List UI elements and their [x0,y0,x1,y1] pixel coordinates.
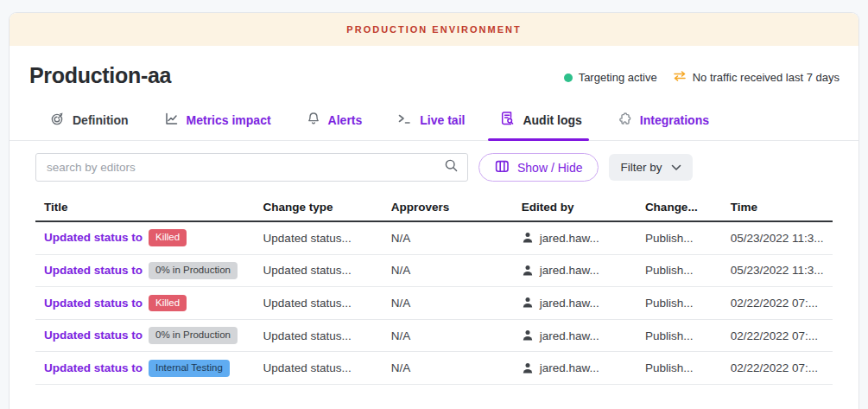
traffic-status: No traffic received last 7 days [673,70,839,85]
tab-definition-label: Definition [73,113,129,127]
row-title-link[interactable]: Updated status to [44,329,143,342]
puzzle-icon [618,112,632,129]
filter-by-label: Filter by [620,161,662,174]
tab-integrations-label: Integrations [640,113,709,127]
row-change-type: Updated status... [255,297,383,310]
tab-live-tail[interactable]: Live tail [396,102,466,140]
show-hide-label: Show / Hide [517,161,582,175]
row-change: Publish... [637,264,722,277]
status-badge: Killed [149,229,187,246]
row-approvers: N/A [383,329,513,342]
row-change-type: Updated status... [255,361,383,374]
toolbar: Show / Hide Filter by [10,141,858,190]
person-icon [522,265,534,277]
person-icon [522,329,534,342]
status-badge: Killed [149,295,187,312]
chevron-down-icon [671,161,681,174]
traffic-arrows-icon [673,70,687,85]
line-chart-icon [164,112,179,129]
row-edited-by: jared.haw... [540,264,599,277]
status-badge: Internal Testing [149,360,230,377]
row-change-type: Updated status... [255,329,383,342]
row-editor-cell: jared.haw... [522,329,637,342]
row-change: Publish... [637,329,722,342]
tab-bar: Definition Metrics impact Alerts [10,93,858,141]
row-edited-by: jared.haw... [540,297,599,310]
row-time: 05/23/2022 11:3... [722,264,833,277]
row-approvers: N/A [383,297,513,310]
column-header-time: Time [722,201,833,214]
row-time: 05/23/2022 11:3... [722,232,833,245]
status-badge: 0% in Production [149,262,238,279]
row-time: 02/22/2022 07:... [722,297,833,310]
status-badge: 0% in Production [149,327,238,344]
table-row[interactable]: Updated status to0% in Production Update… [35,255,833,288]
row-change: Publish... [637,297,722,310]
tab-alerts-label: Alerts [328,113,363,127]
table-row[interactable]: Updated status toInternal Testing Update… [35,352,833,385]
page-title: Production-aa [29,63,171,88]
tab-integrations[interactable]: Integrations [616,102,711,140]
row-approvers: N/A [383,264,513,277]
tab-definition[interactable]: Definition [48,102,130,140]
column-header-title: Title [35,201,255,214]
row-change: Publish... [637,232,722,245]
person-icon [522,362,534,374]
column-header-approvers: Approvers [383,201,513,214]
person-icon [522,297,534,309]
audit-log-icon [500,111,515,129]
row-edited-by: jared.haw... [540,232,599,245]
bell-icon [307,112,320,129]
row-title-link[interactable]: Updated status to [44,361,143,374]
row-approvers: N/A [383,232,513,245]
tab-audit-logs-label: Audit logs [523,113,581,127]
row-editor-cell: jared.haw... [522,297,637,310]
show-hide-button[interactable]: Show / Hide [478,153,599,182]
table-row[interactable]: Updated status to0% in Production Update… [35,320,833,353]
environment-banner: PRODUCTION ENVIRONMENT [10,13,858,46]
row-title-link[interactable]: Updated status to [44,231,143,244]
page-header: Production-aa Targeting active No traffi… [10,46,858,93]
table-header-row: Title Change type Approvers Edited by Ch… [35,194,833,222]
tab-metrics-impact-label: Metrics impact [187,113,271,127]
environment-card: PRODUCTION ENVIRONMENT Production-aa Tar… [9,12,859,409]
column-header-edited-by: Edited by [513,201,637,214]
row-editor-cell: jared.haw... [522,361,637,374]
terminal-icon [397,112,412,128]
columns-icon [495,160,510,176]
row-editor-cell: jared.haw... [522,264,637,277]
row-time: 02/22/2022 07:... [722,361,833,374]
table-row[interactable]: Updated status toKilled Updated status..… [35,287,833,320]
column-header-change: Change... [637,201,722,214]
tab-live-tail-label: Live tail [420,113,465,127]
row-change-type: Updated status... [255,232,383,245]
row-time: 02/22/2022 07:... [722,329,833,342]
audit-log-table: Title Change type Approvers Edited by Ch… [35,194,833,385]
table-row[interactable]: Updated status toKilled Updated status..… [35,222,833,255]
filter-by-button[interactable]: Filter by [609,154,692,181]
tab-audit-logs[interactable]: Audit logs [498,102,583,140]
tab-metrics-impact[interactable]: Metrics impact [162,102,273,140]
status-group: Targeting active No traffic received las… [564,67,839,85]
targeting-status-label: Targeting active [579,71,657,84]
search-input[interactable] [47,161,444,174]
traffic-status-label: No traffic received last 7 days [693,71,839,84]
search-box [35,153,468,182]
green-dot-icon [564,73,573,82]
row-editor-cell: jared.haw... [522,232,637,245]
targeting-status: Targeting active [564,71,657,84]
row-change-type: Updated status... [255,264,383,277]
row-title-link[interactable]: Updated status to [44,297,143,310]
environment-banner-label: PRODUCTION ENVIRONMENT [346,24,521,35]
row-change: Publish... [637,361,722,374]
row-title-link[interactable]: Updated status to [44,264,143,277]
person-icon [522,232,534,244]
row-edited-by: jared.haw... [540,361,599,374]
row-approvers: N/A [383,361,513,374]
magnifier-icon [444,158,459,176]
row-edited-by: jared.haw... [540,329,599,342]
definition-icon [50,112,65,129]
column-header-change-type: Change type [255,201,383,214]
tab-alerts[interactable]: Alerts [305,102,364,140]
